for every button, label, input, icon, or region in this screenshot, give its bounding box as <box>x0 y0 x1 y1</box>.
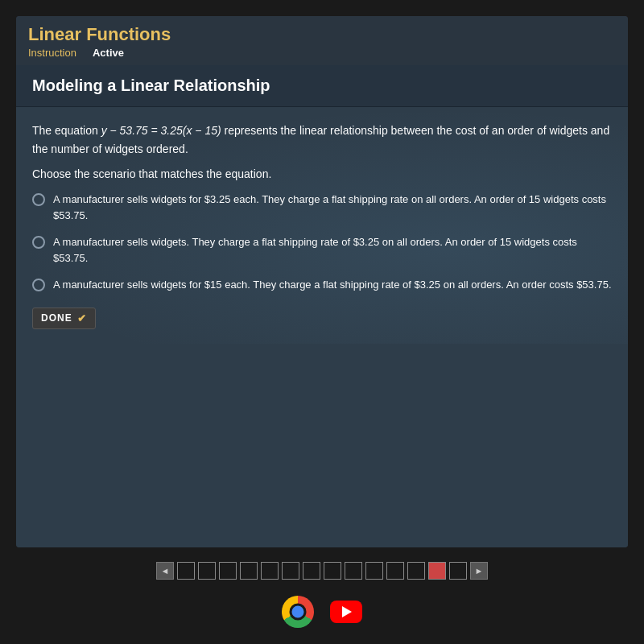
done-check-icon: ✔ <box>77 312 87 324</box>
option-3[interactable]: A manufacturer sells widgets for $15 eac… <box>32 277 612 293</box>
content-area: Modeling a Linear Relationship The equat… <box>16 65 628 547</box>
taskbar <box>282 596 362 628</box>
nav-box-7[interactable] <box>303 562 320 580</box>
header-nav: Instruction Active <box>28 47 616 59</box>
lesson-body: The equation y − 53.75 = 3.25(x − 15) re… <box>16 107 628 343</box>
youtube-icon[interactable] <box>330 601 362 623</box>
nav-box-5[interactable] <box>261 562 279 580</box>
nav-box-11[interactable] <box>386 562 404 580</box>
prev-arrow[interactable]: ◄ <box>156 562 174 580</box>
nav-box-2[interactable] <box>198 562 216 580</box>
nav-box-14[interactable] <box>449 562 467 580</box>
nav-box-12[interactable] <box>407 562 425 580</box>
done-label: DONE <box>41 312 72 324</box>
nav-box-1[interactable] <box>177 562 195 580</box>
answer-options: A manufacturer sells widgets for $3.25 e… <box>32 192 612 293</box>
bottom-nav-bar: ◄ ► <box>156 562 488 580</box>
radio-2[interactable] <box>32 236 45 249</box>
nav-box-4[interactable] <box>240 562 258 580</box>
youtube-play-icon <box>342 606 352 617</box>
nav-box-13[interactable] <box>428 562 446 580</box>
lesson-title-bar: Modeling a Linear Relationship <box>16 65 628 107</box>
option-2-label: A manufacturer sells widgets. They charg… <box>53 234 612 266</box>
option-3-label: A manufacturer sells widgets for $15 eac… <box>53 277 612 293</box>
nav-box-9[interactable] <box>345 562 362 580</box>
option-1-label: A manufacturer sells widgets for $3.25 e… <box>53 192 612 223</box>
equation-paragraph: The equation y − 53.75 = 3.25(x − 15) re… <box>32 122 612 158</box>
done-button[interactable]: DONE ✔ <box>32 308 96 329</box>
prev-arrow-icon: ◄ <box>161 566 170 576</box>
choose-prompt: Choose the scenario that matches the equ… <box>32 167 612 180</box>
chrome-icon[interactable] <box>282 596 314 628</box>
main-screen: Linear Functions Instruction Active Mode… <box>16 16 628 547</box>
page-title: Linear Functions <box>28 24 616 45</box>
equation-intro: The equation <box>32 124 101 137</box>
nav-box-3[interactable] <box>219 562 237 580</box>
radio-1[interactable] <box>32 193 45 206</box>
header: Linear Functions Instruction Active <box>16 16 628 65</box>
radio-3[interactable] <box>32 279 45 291</box>
lesson-title: Modeling a Linear Relationship <box>32 76 612 95</box>
nav-box-8[interactable] <box>324 562 341 580</box>
nav-instruction[interactable]: Instruction <box>28 47 76 59</box>
next-arrow[interactable]: ► <box>470 562 488 580</box>
next-arrow-icon: ► <box>475 566 484 576</box>
equation-formula: y − 53.75 = 3.25(x − 15) <box>101 124 221 137</box>
nav-box-10[interactable] <box>365 562 383 580</box>
nav-box-6[interactable] <box>282 562 299 580</box>
nav-boxes <box>177 562 467 580</box>
option-2[interactable]: A manufacturer sells widgets. They charg… <box>32 234 612 266</box>
nav-active: Active <box>93 47 124 59</box>
option-1[interactable]: A manufacturer sells widgets for $3.25 e… <box>32 192 612 223</box>
